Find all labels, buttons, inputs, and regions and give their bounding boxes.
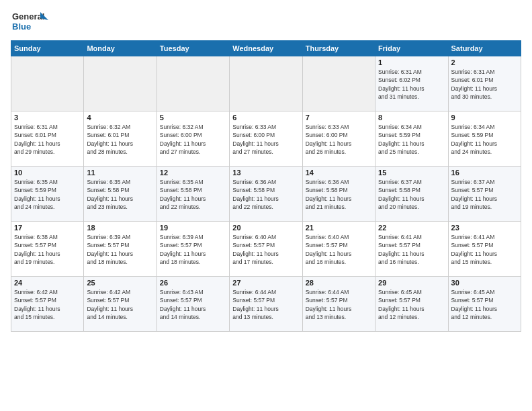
- svg-text:Blue: Blue: [12, 21, 31, 32]
- day-cell: 20Sunrise: 6:40 AM Sunset: 5:57 PM Dayli…: [230, 222, 302, 277]
- day-cell: 26Sunrise: 6:43 AM Sunset: 5:57 PM Dayli…: [157, 277, 229, 332]
- weekday-header-monday: Monday: [84, 41, 157, 56]
- day-number: 28: [306, 279, 372, 287]
- day-number: 1: [378, 58, 445, 66]
- day-number: 26: [160, 279, 226, 287]
- day-info: Sunrise: 6:41 AM Sunset: 5:57 PM Dayligh…: [378, 233, 445, 266]
- day-cell: 9Sunrise: 6:34 AM Sunset: 5:59 PM Daylig…: [448, 111, 521, 167]
- day-cell: 22Sunrise: 6:41 AM Sunset: 5:57 PM Dayli…: [375, 222, 448, 277]
- day-number: 16: [451, 169, 518, 177]
- day-cell: 17Sunrise: 6:38 AM Sunset: 5:57 PM Dayli…: [11, 222, 84, 277]
- day-info: Sunrise: 6:33 AM Sunset: 6:00 PM Dayligh…: [232, 123, 299, 156]
- day-info: Sunrise: 6:31 AM Sunset: 6:01 PM Dayligh…: [14, 123, 81, 156]
- day-cell: 1Sunrise: 6:31 AM Sunset: 6:02 PM Daylig…: [375, 56, 448, 111]
- day-cell: 12Sunrise: 6:35 AM Sunset: 5:58 PM Dayli…: [157, 167, 229, 222]
- day-cell: [11, 56, 84, 111]
- day-number: 21: [306, 224, 372, 232]
- day-number: 8: [378, 113, 445, 122]
- day-info: Sunrise: 6:40 AM Sunset: 5:57 PM Dayligh…: [232, 233, 299, 266]
- logo-svg: GeneralBlue: [11, 8, 51, 35]
- day-cell: 21Sunrise: 6:40 AM Sunset: 5:57 PM Dayli…: [302, 222, 375, 277]
- day-info: Sunrise: 6:36 AM Sunset: 5:58 PM Dayligh…: [232, 178, 299, 211]
- day-number: 25: [87, 279, 153, 287]
- day-number: 19: [160, 224, 226, 232]
- day-cell: 3Sunrise: 6:31 AM Sunset: 6:01 PM Daylig…: [11, 111, 84, 167]
- weekday-row: SundayMondayTuesdayWednesdayThursdayFrid…: [11, 41, 521, 56]
- day-cell: 27Sunrise: 6:44 AM Sunset: 5:57 PM Dayli…: [230, 277, 302, 332]
- day-info: Sunrise: 6:40 AM Sunset: 5:57 PM Dayligh…: [306, 233, 372, 266]
- day-info: Sunrise: 6:42 AM Sunset: 5:57 PM Dayligh…: [14, 288, 81, 321]
- day-number: 30: [451, 279, 518, 287]
- page: GeneralBlue SundayMondayTuesdayWednesday…: [0, 0, 532, 411]
- weekday-header-wednesday: Wednesday: [230, 41, 302, 56]
- day-cell: 19Sunrise: 6:39 AM Sunset: 5:57 PM Dayli…: [157, 222, 229, 277]
- day-number: 2: [451, 58, 518, 66]
- day-info: Sunrise: 6:39 AM Sunset: 5:57 PM Dayligh…: [87, 233, 153, 266]
- day-number: 3: [14, 113, 81, 122]
- day-cell: 15Sunrise: 6:37 AM Sunset: 5:58 PM Dayli…: [375, 167, 448, 222]
- day-info: Sunrise: 6:35 AM Sunset: 5:58 PM Dayligh…: [87, 178, 153, 211]
- calendar-body: 1Sunrise: 6:31 AM Sunset: 6:02 PM Daylig…: [11, 56, 521, 332]
- day-number: 27: [232, 279, 299, 287]
- day-number: 20: [232, 224, 299, 232]
- day-number: 11: [87, 169, 153, 177]
- day-info: Sunrise: 6:44 AM Sunset: 5:57 PM Dayligh…: [306, 288, 372, 321]
- weekday-header-friday: Friday: [375, 41, 448, 56]
- day-number: 10: [14, 169, 81, 177]
- day-cell: 2Sunrise: 6:31 AM Sunset: 6:01 PM Daylig…: [448, 56, 521, 111]
- day-cell: 4Sunrise: 6:32 AM Sunset: 6:01 PM Daylig…: [84, 111, 157, 167]
- day-cell: 25Sunrise: 6:42 AM Sunset: 5:57 PM Dayli…: [84, 277, 157, 332]
- day-info: Sunrise: 6:34 AM Sunset: 5:59 PM Dayligh…: [451, 123, 518, 156]
- week-row-4: 17Sunrise: 6:38 AM Sunset: 5:57 PM Dayli…: [11, 222, 521, 277]
- header: GeneralBlue: [11, 8, 521, 35]
- day-number: 5: [160, 113, 226, 122]
- day-cell: [157, 56, 229, 111]
- day-cell: 5Sunrise: 6:32 AM Sunset: 6:00 PM Daylig…: [157, 111, 229, 167]
- day-info: Sunrise: 6:31 AM Sunset: 6:02 PM Dayligh…: [378, 68, 445, 101]
- week-row-2: 3Sunrise: 6:31 AM Sunset: 6:01 PM Daylig…: [11, 111, 521, 167]
- day-info: Sunrise: 6:36 AM Sunset: 5:58 PM Dayligh…: [306, 178, 372, 211]
- day-number: 7: [306, 113, 372, 122]
- day-number: 15: [378, 169, 445, 177]
- day-info: Sunrise: 6:33 AM Sunset: 6:00 PM Dayligh…: [306, 123, 372, 156]
- week-row-5: 24Sunrise: 6:42 AM Sunset: 5:57 PM Dayli…: [11, 277, 521, 332]
- day-cell: [302, 56, 375, 111]
- calendar-header: SundayMondayTuesdayWednesdayThursdayFrid…: [11, 41, 521, 56]
- day-cell: 14Sunrise: 6:36 AM Sunset: 5:58 PM Dayli…: [302, 167, 375, 222]
- day-info: Sunrise: 6:31 AM Sunset: 6:01 PM Dayligh…: [451, 68, 518, 101]
- weekday-header-thursday: Thursday: [302, 41, 375, 56]
- day-cell: [230, 56, 302, 111]
- logo: GeneralBlue: [11, 8, 51, 35]
- day-cell: 10Sunrise: 6:35 AM Sunset: 5:59 PM Dayli…: [11, 167, 84, 222]
- weekday-header-sunday: Sunday: [11, 41, 84, 56]
- day-info: Sunrise: 6:38 AM Sunset: 5:57 PM Dayligh…: [14, 233, 81, 266]
- calendar: SundayMondayTuesdayWednesdayThursdayFrid…: [11, 40, 521, 332]
- day-cell: 13Sunrise: 6:36 AM Sunset: 5:58 PM Dayli…: [230, 167, 302, 222]
- day-cell: 6Sunrise: 6:33 AM Sunset: 6:00 PM Daylig…: [230, 111, 302, 167]
- day-info: Sunrise: 6:44 AM Sunset: 5:57 PM Dayligh…: [232, 288, 299, 321]
- day-number: 18: [87, 224, 153, 232]
- day-cell: 7Sunrise: 6:33 AM Sunset: 6:00 PM Daylig…: [302, 111, 375, 167]
- day-cell: 11Sunrise: 6:35 AM Sunset: 5:58 PM Dayli…: [84, 167, 157, 222]
- week-row-1: 1Sunrise: 6:31 AM Sunset: 6:02 PM Daylig…: [11, 56, 521, 111]
- week-row-3: 10Sunrise: 6:35 AM Sunset: 5:59 PM Dayli…: [11, 167, 521, 222]
- day-number: 4: [87, 113, 153, 122]
- day-cell: 8Sunrise: 6:34 AM Sunset: 5:59 PM Daylig…: [375, 111, 448, 167]
- day-number: 13: [232, 169, 299, 177]
- day-info: Sunrise: 6:35 AM Sunset: 5:59 PM Dayligh…: [14, 178, 81, 211]
- day-cell: 16Sunrise: 6:37 AM Sunset: 5:57 PM Dayli…: [448, 167, 521, 222]
- day-number: 24: [14, 279, 81, 287]
- day-cell: 30Sunrise: 6:45 AM Sunset: 5:57 PM Dayli…: [448, 277, 521, 332]
- day-info: Sunrise: 6:32 AM Sunset: 6:00 PM Dayligh…: [160, 123, 226, 156]
- day-info: Sunrise: 6:45 AM Sunset: 5:57 PM Dayligh…: [378, 288, 445, 321]
- day-cell: [84, 56, 157, 111]
- day-number: 6: [232, 113, 299, 122]
- day-number: 12: [160, 169, 226, 177]
- weekday-header-tuesday: Tuesday: [157, 41, 229, 56]
- day-info: Sunrise: 6:41 AM Sunset: 5:57 PM Dayligh…: [451, 233, 518, 266]
- day-cell: 24Sunrise: 6:42 AM Sunset: 5:57 PM Dayli…: [11, 277, 84, 332]
- day-info: Sunrise: 6:32 AM Sunset: 6:01 PM Dayligh…: [87, 123, 153, 156]
- day-number: 14: [306, 169, 372, 177]
- day-info: Sunrise: 6:37 AM Sunset: 5:58 PM Dayligh…: [378, 178, 445, 211]
- day-number: 9: [451, 113, 518, 122]
